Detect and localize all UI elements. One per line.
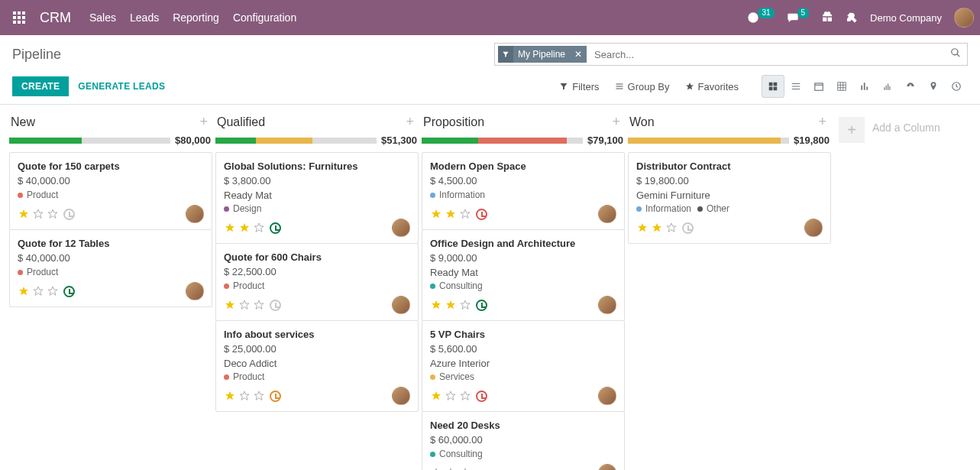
view-list-icon[interactable] [784,75,807,98]
activity-clock-icon[interactable] [476,300,487,311]
search-facet[interactable]: My Pipeline ✕ [498,46,587,63]
kanban-card[interactable]: Modern Open Space $ 4,500.00 Information [422,152,625,230]
activity-clock-icon[interactable] [682,222,694,234]
view-pivot-icon[interactable] [830,75,853,98]
card-partner: Gemini Furniture [636,190,823,201]
assignee-avatar[interactable] [392,296,410,314]
assignee-avatar[interactable] [804,219,823,237]
assignee-avatar[interactable] [598,464,616,470]
column-title[interactable]: Qualified [217,115,265,129]
favorites-button[interactable]: Favorites [685,81,739,92]
assignee-avatar[interactable] [392,387,410,405]
kanban-column: Qualified + $51,300 Global Solutions: Fu… [214,111,420,470]
kanban-column: New + $80,000 Quote for 150 carpets $ 40… [8,111,214,470]
priority-stars[interactable] [224,222,265,234]
activity-clock-icon[interactable] [63,286,75,297]
card-amount: $ 5,600.00 [430,343,616,355]
user-avatar[interactable] [954,8,974,28]
svg-rect-0 [769,83,773,86]
column-total: $19,800 [794,135,830,146]
kanban-card[interactable]: Need 20 Desks $ 60,000.00 Consulting [422,411,625,470]
filters-button[interactable]: Filters [559,81,599,92]
nav-sales[interactable]: Sales [89,11,116,24]
assignee-avatar[interactable] [186,205,204,223]
quick-create-icon[interactable]: + [199,114,208,130]
assignee-avatar[interactable] [392,219,410,237]
kanban-card[interactable]: Global Solutions: Furnitures $ 3,800.00 … [215,152,419,244]
nav-right: 31 5 Demo Company [747,8,974,28]
column-title[interactable]: Proposition [423,115,484,129]
kanban-card[interactable]: Quote for 150 carpets $ 40,000.00 Produc… [9,152,212,230]
activity-clock-icon[interactable] [476,209,487,220]
assignee-avatar[interactable] [598,205,616,223]
priority-stars[interactable] [430,208,471,220]
search-input[interactable] [590,46,967,63]
control-panel: Pipeline My Pipeline ✕ CREATE GENERATE L… [0,35,980,105]
kanban-card[interactable]: Office Design and Architecture $ 9,000.0… [422,229,625,321]
priority-stars[interactable] [18,285,59,297]
activities-icon[interactable]: 31 [747,11,774,24]
generate-leads-button[interactable]: GENERATE LEADS [78,81,165,92]
company-name[interactable]: Demo Company [870,12,942,24]
activity-clock-icon[interactable] [63,209,75,220]
nav-links: Sales Leads Reporting Configuration [89,11,296,24]
progress-bar[interactable] [628,138,789,144]
add-column[interactable]: + Add a Column [833,111,970,470]
view-dashboard-icon[interactable] [899,75,922,98]
nav-configuration[interactable]: Configuration [233,11,296,24]
activity-clock-icon[interactable] [270,222,281,234]
messaging-icon[interactable]: 5 [787,11,810,24]
tag: Product [18,190,58,200]
progress-bar[interactable] [422,138,583,144]
quick-create-icon[interactable]: + [818,114,826,130]
tag: Design [224,203,261,214]
gift-icon[interactable] [821,11,833,25]
priority-stars[interactable] [18,208,59,220]
quick-create-icon[interactable]: + [612,114,620,130]
kanban-card[interactable]: 5 VP Chairs $ 5,600.00 Azure Interior Se… [422,320,625,412]
view-kanban-icon[interactable] [762,75,784,98]
quick-create-icon[interactable]: + [406,114,414,130]
filter-icon [498,46,513,63]
nav-reporting[interactable]: Reporting [173,11,219,24]
app-brand[interactable]: CRM [40,10,71,26]
view-activity-icon[interactable] [945,75,968,98]
priority-stars[interactable] [636,222,678,234]
facet-remove-icon[interactable]: ✕ [570,49,587,60]
view-graph-icon[interactable] [853,75,876,98]
tools-icon[interactable] [846,11,858,25]
add-column-icon[interactable]: + [839,117,865,143]
kanban-card[interactable]: Distributor Contract $ 19,800.00 Gemini … [628,152,831,244]
progress-bar[interactable] [215,138,377,144]
column-title[interactable]: New [11,115,35,129]
tag: Consulting [430,449,483,459]
create-button[interactable]: CREATE [12,76,69,96]
assignee-avatar[interactable] [598,296,616,314]
view-map-icon[interactable] [922,75,945,98]
assignee-avatar[interactable] [186,282,204,300]
priority-stars[interactable] [430,390,471,402]
column-title[interactable]: Won [629,115,655,129]
activity-clock-icon[interactable] [476,391,487,402]
kanban-card[interactable]: Info about services $ 25,000.00 Deco Add… [215,320,419,412]
search-options: Filters Group By Favorites [559,81,739,92]
apps-icon[interactable] [6,5,32,31]
kanban-card[interactable]: Quote for 600 Chairs $ 22,500.00 Product [215,243,419,321]
activity-clock-icon[interactable] [270,391,281,402]
nav-leads[interactable]: Leads [130,11,159,24]
activity-clock-icon[interactable] [270,300,281,311]
progress-bar[interactable] [9,138,170,144]
view-cohort-icon[interactable] [876,75,899,98]
search-icon[interactable] [950,47,961,61]
kanban-card[interactable]: Quote for 12 Tables $ 40,000.00 Product [9,229,212,307]
view-calendar-icon[interactable] [807,75,830,98]
priority-stars[interactable] [224,390,265,402]
priority-stars[interactable] [224,299,265,311]
view-switcher [762,75,968,98]
search-bar[interactable]: My Pipeline ✕ [494,43,968,66]
card-amount: $ 25,000.00 [224,343,410,355]
groupby-button[interactable]: Group By [615,81,670,92]
assignee-avatar[interactable] [598,387,616,405]
priority-stars[interactable] [430,467,471,470]
priority-stars[interactable] [430,299,471,311]
